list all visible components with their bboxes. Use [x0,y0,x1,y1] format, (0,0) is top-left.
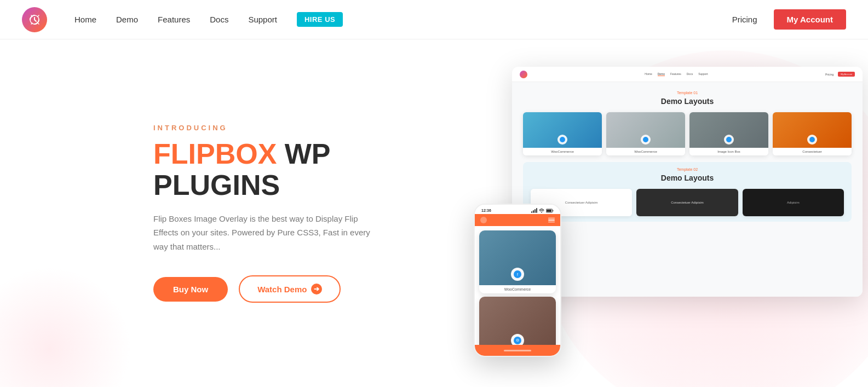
nav-features[interactable]: Features [158,15,190,24]
hero-title-flipbox: FLIPBOX [153,138,277,170]
menu-line-2 [548,220,555,221]
main-nav: Home Demo Features Docs Support HIRE US [74,12,732,27]
mobile-signal-icon [531,208,537,213]
desktop-mockup: Home Demo Features Docs Support Pricing … [512,67,863,297]
my-account-button[interactable]: My Account [774,9,846,30]
desktop-mockup-logo [520,71,527,78]
demo-card-img-1 [523,112,602,148]
mobile-bottom-line [504,350,531,351]
demo-card-overlay-inner-1 [560,137,565,142]
logo[interactable] [22,7,47,32]
mobile-card-overlay-1: f [511,268,524,281]
demo-card2-inner-3: Adipisim [743,189,844,216]
header: Home Demo Features Docs Support HIRE US … [0,0,868,39]
demo-card-1: WooCommerce [523,112,602,155]
menu-line-3 [548,222,555,223]
mobile-card-overlay-inner-2: ⚙ [514,337,521,344]
wifi-icon [539,209,544,213]
introducing-label: INTRODUCING [153,124,383,132]
nav-support[interactable]: Support [248,15,277,24]
demo-grid-2: Consectetuer Adipisim Consectetuer Adipi… [531,189,844,216]
desktop-nav-demo: Demo [658,72,665,76]
demo-card-label-2: WooCommerce [606,148,685,155]
mobile-card-1: f WooCommerce [479,230,556,293]
demo-card2-2: Consectetuer Adipisim [636,189,738,216]
nav-home[interactable]: Home [74,15,96,24]
demo-grid-1: WooCommerce WooCommerce [523,112,852,155]
battery-icon [546,209,554,213]
mobile-card-label-1: WooCommerce [479,285,556,293]
mobile-time: 12:36 [481,209,491,212]
demo-layouts-title-1: Demo Layouts [523,97,852,106]
template1-label: Template 01 [523,91,852,95]
main-content: INTRODUCING FLIPBOX WP PLUGINS Flip Boxe… [0,39,868,387]
demo-card-label-1: WooCommerce [523,148,602,155]
mobile-card-img-1: f [479,230,556,285]
desktop-pricing: Pricing [825,73,833,76]
demo-card-overlay-inner-2 [643,137,648,142]
demo-card-img-3 [689,112,768,148]
header-right: Pricing My Account [732,9,846,30]
desktop-nav-features: Features [670,72,681,76]
mobile-status-bar: 12:36 [475,205,560,214]
mobile-header [475,214,560,226]
nav-docs[interactable]: Docs [210,15,228,24]
template2-label: Template 02 [531,167,844,171]
mobile-card-img-2: ⚙ [479,297,556,351]
demo-card-overlay-1 [557,135,567,145]
mobile-bottom-bar [475,345,560,356]
signal-bar-4 [536,208,537,213]
desktop-account-btn: My Account [838,72,855,77]
demo-card-img-2 [606,112,685,148]
demo-section-2: Template 02 Demo Layouts Consectetuer Ad… [523,162,852,222]
svg-point-1 [541,211,542,212]
mobile-logo [480,217,487,223]
demo-card-3: Image Icon Box [689,112,768,155]
demo-card-overlay-2 [641,135,651,145]
watch-demo-label: Watch Demo [257,285,307,294]
desktop-nav-support: Support [698,72,708,76]
desktop-mockup-right: Pricing My Account [825,72,855,77]
demo-card-label-4: Consectetuer [773,148,852,155]
demo-card-img-4 [773,112,852,148]
hero-buttons: Buy Now Watch Demo ➔ [153,275,383,303]
mobile-mockup: 12:36 [474,204,561,357]
demo-card-2: WooCommerce [606,112,685,155]
mobile-card-overlay-inner-1: f [514,270,521,278]
desktop-mockup-header: Home Demo Features Docs Support Pricing … [512,67,863,82]
hero-text-area: INTRODUCING FLIPBOX WP PLUGINS Flip Boxe… [0,124,383,303]
signal-bar-2 [533,210,534,213]
demo-card-label-3: Image Icon Box [689,148,768,155]
demo-card-4: Consectetuer [773,112,852,155]
hero-image-area: Home Demo Features Docs Support Pricing … [468,50,868,368]
nav-demo[interactable]: Demo [116,15,138,24]
desktop-mockup-nav: Home Demo Features Docs Support [645,72,708,76]
mobile-menu-icon [548,218,555,223]
pricing-link[interactable]: Pricing [732,15,757,24]
desktop-nav-home: Home [645,72,652,76]
mobile-content: f WooCommerce ⚙ Image Icon Box [475,226,560,357]
signal-bar-1 [531,211,532,213]
desktop-nav-docs: Docs [687,72,693,76]
demo-card-overlay-inner-4 [809,137,815,142]
desktop-mockup-content: Template 01 Demo Layouts WooCommerce [512,82,863,297]
demo-card2-inner-2: Consectetuer Adipisim [636,189,738,216]
signal-bar-3 [534,209,536,213]
demo-card-overlay-3 [724,135,734,145]
menu-line-1 [548,218,555,219]
logo-icon [22,7,47,32]
mobile-icons [531,208,554,213]
demo-card2-3: Adipisim [743,189,844,216]
demo-card-overlay-inner-3 [726,137,732,142]
watch-demo-arrow-icon: ➔ [311,284,322,294]
hero-description: Flip Boxes Image Overlay is the best way… [153,212,383,254]
buy-now-button[interactable]: Buy Now [153,277,228,302]
watch-demo-button[interactable]: Watch Demo ➔ [239,275,341,303]
demo-card-overlay-4 [807,135,817,145]
hero-title: FLIPBOX WP PLUGINS [153,138,383,201]
svg-rect-3 [547,210,551,212]
hire-us-button[interactable]: HIRE US [297,12,343,27]
demo-layouts-title-2: Demo Layouts [531,174,844,182]
